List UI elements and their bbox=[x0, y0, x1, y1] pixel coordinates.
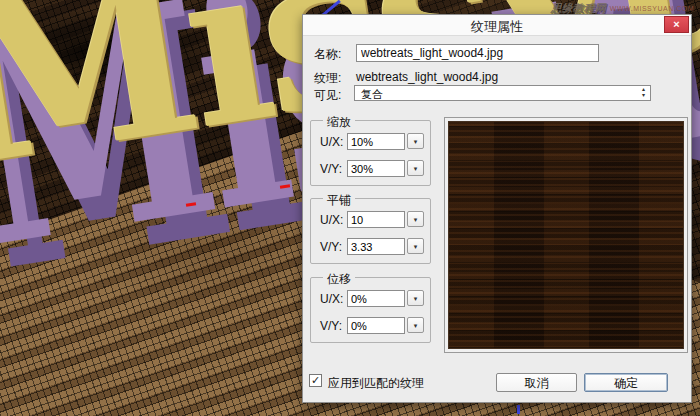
offset-ux-dropdown-icon[interactable]: ▾ bbox=[407, 290, 424, 306]
offset-vy-dropdown-icon[interactable]: ▾ bbox=[407, 317, 424, 333]
offset-vy-label: V/Y: bbox=[320, 319, 342, 333]
apply-to-matching-label: 应用到匹配的纹理 bbox=[328, 375, 424, 392]
scale-vy-dropdown-icon[interactable]: ▾ bbox=[407, 160, 424, 176]
tile-vy-dropdown-icon[interactable]: ▾ bbox=[407, 238, 424, 254]
tile-vy-label: V/Y: bbox=[320, 240, 342, 254]
tile-group: 平铺 U/X: ▾ V/Y: ▾ bbox=[310, 198, 431, 264]
scale-ux-input[interactable] bbox=[347, 133, 405, 150]
tile-vy-input[interactable] bbox=[347, 238, 405, 255]
scale-ux-dropdown-icon[interactable]: ▾ bbox=[407, 133, 424, 149]
combo-updown-icon: ▴▾ bbox=[642, 86, 645, 98]
texture-preview-frame bbox=[444, 117, 688, 353]
dialog-titlebar[interactable]: 纹理属性 × bbox=[303, 15, 691, 36]
offset-ux-label: U/X: bbox=[320, 292, 343, 306]
texture-filename: webtreats_light_wood4.jpg bbox=[356, 70, 498, 84]
ok-button[interactable]: 确定 bbox=[584, 373, 668, 392]
visible-label: 可见: bbox=[314, 87, 341, 104]
apply-to-matching-checkbox[interactable]: ✓ bbox=[309, 374, 322, 387]
tile-ux-label: U/X: bbox=[320, 213, 343, 227]
scale-ux-label: U/X: bbox=[320, 135, 343, 149]
offset-vy-input[interactable] bbox=[347, 317, 405, 334]
offset-group-title: 位移 bbox=[323, 271, 355, 288]
texture-preview-image bbox=[448, 121, 684, 349]
tile-group-title: 平铺 bbox=[323, 192, 355, 209]
offset-ux-input[interactable] bbox=[347, 290, 405, 307]
blue-axis-tick bbox=[517, 405, 520, 414]
texture-label: 纹理: bbox=[314, 70, 341, 87]
scale-group: 缩放 U/X: ▾ V/Y: ▾ bbox=[310, 120, 431, 186]
tile-ux-input[interactable] bbox=[347, 211, 405, 228]
cancel-button[interactable]: 取消 bbox=[496, 373, 577, 392]
name-input[interactable] bbox=[356, 44, 599, 62]
visible-select[interactable]: 复合 ▴▾ bbox=[354, 85, 651, 101]
scale-vy-input[interactable] bbox=[347, 160, 405, 177]
scale-vy-label: V/Y: bbox=[320, 162, 342, 176]
texture-properties-dialog: 纹理属性 × 名称: 纹理: webtreats_light_wood4.jpg… bbox=[302, 14, 692, 403]
visible-selected-value: 复合 bbox=[361, 87, 383, 102]
dialog-title: 纹理属性 bbox=[303, 18, 691, 36]
offset-group: 位移 U/X: ▾ V/Y: ▾ bbox=[310, 277, 431, 343]
close-icon[interactable]: × bbox=[664, 16, 689, 33]
scale-group-title: 缩放 bbox=[323, 114, 355, 131]
name-label: 名称: bbox=[314, 46, 341, 63]
tile-ux-dropdown-icon[interactable]: ▾ bbox=[407, 211, 424, 227]
